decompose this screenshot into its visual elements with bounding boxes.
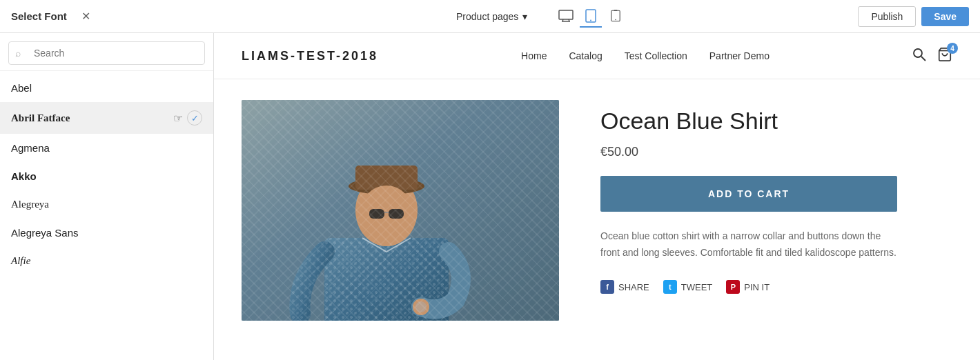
svg-point-20 bbox=[349, 178, 424, 194]
svg-line-10 bbox=[921, 57, 925, 61]
save-button[interactable]: Save bbox=[921, 7, 969, 26]
svg-rect-24 bbox=[389, 209, 404, 219]
twitter-icon: t bbox=[663, 280, 677, 294]
facebook-icon: f bbox=[600, 280, 614, 294]
svg-point-16 bbox=[324, 252, 449, 321]
font-item-abril-fatface[interactable]: Abril Fatface ☞ ✓ bbox=[0, 102, 213, 134]
main-content: ⌕ Abel Abril Fatface ☞ ✓ Agmena Akko bbox=[0, 33, 980, 360]
store-header: LIAMS-TEST-2018 Home Catalog Test Collec… bbox=[214, 33, 980, 79]
font-name-abel: Abel bbox=[11, 82, 202, 94]
svg-rect-15 bbox=[242, 100, 559, 321]
svg-point-9 bbox=[914, 49, 922, 57]
pinterest-share-label: PIN IT bbox=[744, 282, 770, 292]
svg-rect-17 bbox=[324, 238, 449, 321]
cart-badge: 4 bbox=[947, 43, 958, 54]
svg-rect-0 bbox=[559, 10, 573, 19]
mobile-icon[interactable] bbox=[605, 6, 627, 28]
product-title: Ocean Blue Shirt bbox=[600, 107, 952, 135]
svg-rect-14 bbox=[242, 100, 559, 321]
font-list: Abel Abril Fatface ☞ ✓ Agmena Akko Alegr… bbox=[0, 71, 213, 360]
publish-button[interactable]: Publish bbox=[858, 6, 916, 27]
top-bar-right: Publish Save bbox=[858, 6, 969, 27]
svg-point-19 bbox=[355, 174, 418, 246]
product-image bbox=[242, 100, 559, 321]
font-check-abril: ✓ bbox=[187, 110, 202, 126]
facebook-share-label: SHARE bbox=[618, 282, 649, 292]
product-image-container bbox=[242, 100, 559, 321]
font-search-wrapper: ⌕ bbox=[0, 33, 213, 71]
font-name-alegreya: Alegreya bbox=[11, 199, 202, 210]
device-icons bbox=[555, 6, 627, 28]
svg-point-8 bbox=[616, 19, 617, 20]
add-to-cart-button[interactable]: ADD TO CART bbox=[600, 176, 897, 212]
product-description: Ocean blue cotton shirt with a narrow co… bbox=[600, 228, 897, 261]
product-image-svg bbox=[242, 100, 559, 321]
font-item-alegreya[interactable]: Alegreya bbox=[0, 190, 213, 219]
close-font-panel-button[interactable]: ✕ bbox=[78, 8, 95, 25]
nav-item-partner-demo[interactable]: Partner Demo bbox=[709, 50, 770, 61]
font-panel-title: Select Font bbox=[11, 10, 67, 22]
nav-item-test-collection[interactable]: Test Collection bbox=[625, 50, 687, 61]
cursor-icon: ☞ bbox=[173, 112, 183, 125]
svg-rect-21 bbox=[355, 166, 418, 190]
twitter-share-button[interactable]: t TWEET bbox=[663, 280, 713, 294]
cart-icon-wrapper[interactable]: 4 bbox=[937, 47, 952, 65]
font-name-alegreya-sans: Alegreya Sans bbox=[11, 227, 202, 239]
search-input[interactable] bbox=[8, 41, 205, 65]
top-bar-center: Product pages ▾ bbox=[225, 6, 858, 28]
desktop-icon[interactable] bbox=[555, 6, 577, 28]
svg-point-27 bbox=[415, 301, 427, 312]
product-section: Ocean Blue Shirt €50.00 ADD TO CART Ocea… bbox=[214, 79, 980, 341]
nav-item-catalog[interactable]: Catalog bbox=[569, 50, 602, 61]
font-item-abel[interactable]: Abel bbox=[0, 74, 213, 102]
font-search-container: ⌕ bbox=[8, 41, 205, 65]
svg-rect-18 bbox=[324, 238, 449, 321]
chevron-down-icon: ▾ bbox=[522, 11, 527, 22]
svg-rect-23 bbox=[369, 209, 384, 219]
store-nav: Home Catalog Test Collection Partner Dem… bbox=[378, 50, 912, 61]
tablet-icon[interactable] bbox=[580, 6, 602, 28]
facebook-share-button[interactable]: f SHARE bbox=[600, 280, 649, 294]
pinterest-share-button[interactable]: P PIN IT bbox=[726, 280, 770, 294]
font-panel: ⌕ Abel Abril Fatface ☞ ✓ Agmena Akko bbox=[0, 33, 214, 360]
product-pages-dropdown[interactable]: Product pages ▾ bbox=[456, 11, 527, 22]
svg-point-26 bbox=[413, 299, 429, 315]
product-pages-label: Product pages bbox=[456, 11, 518, 22]
product-details: Ocean Blue Shirt €50.00 ADD TO CART Ocea… bbox=[600, 100, 952, 294]
font-item-agmena[interactable]: Agmena bbox=[0, 134, 213, 162]
top-bar: Select Font ✕ Product pages ▾ Publish Sa… bbox=[0, 0, 980, 33]
search-icon: ⌕ bbox=[15, 48, 21, 59]
font-name-agmena: Agmena bbox=[11, 142, 202, 154]
social-share: f SHARE t TWEET P PIN IT bbox=[600, 280, 952, 294]
nav-item-home[interactable]: Home bbox=[521, 50, 547, 61]
store-logo: LIAMS-TEST-2018 bbox=[242, 49, 378, 63]
font-item-alfie[interactable]: Alfie bbox=[0, 247, 213, 275]
font-item-akko[interactable]: Akko bbox=[0, 162, 213, 190]
font-name-akko: Akko bbox=[11, 170, 202, 182]
twitter-share-label: TWEET bbox=[681, 282, 713, 292]
font-panel-header: Select Font ✕ bbox=[11, 8, 225, 25]
product-price: €50.00 bbox=[600, 145, 952, 159]
store-actions: 4 bbox=[912, 47, 952, 65]
preview-area: LIAMS-TEST-2018 Home Catalog Test Collec… bbox=[214, 33, 980, 360]
svg-point-5 bbox=[590, 19, 591, 21]
font-name-alfie: Alfie bbox=[11, 255, 202, 267]
font-item-alegreya-sans[interactable]: Alegreya Sans bbox=[0, 219, 213, 247]
font-name-abril-fatface: Abril Fatface bbox=[11, 112, 173, 124]
search-icon-store[interactable] bbox=[912, 48, 926, 65]
svg-point-22 bbox=[359, 186, 414, 246]
pinterest-icon: P bbox=[726, 280, 740, 294]
